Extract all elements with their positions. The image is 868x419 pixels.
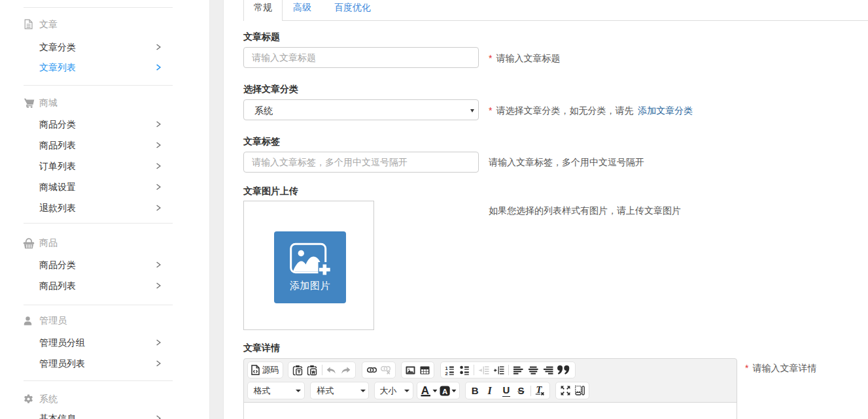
svg-text:A: A [442,387,447,395]
svg-text:2: 2 [445,370,447,375]
svg-text:A: A [421,384,428,397]
